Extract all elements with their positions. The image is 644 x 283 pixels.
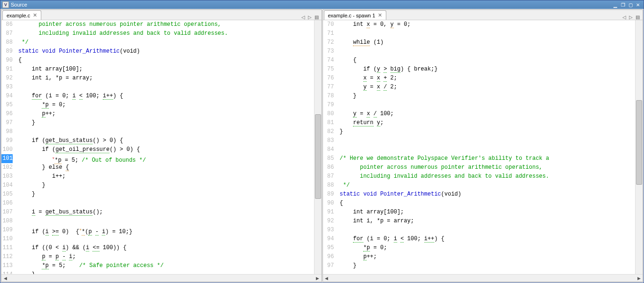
line-number[interactable]: 85 <box>323 154 334 163</box>
line-number[interactable]: 110 <box>1 235 13 244</box>
line-number[interactable]: 102 <box>1 163 13 172</box>
scroll-right-icon[interactable]: ▶ <box>635 275 643 282</box>
code-line[interactable]: while (1) <box>340 38 636 47</box>
line-number[interactable]: 70 <box>323 20 334 29</box>
tab-next-icon[interactable]: ▷ <box>307 15 313 20</box>
code-line[interactable] <box>340 101 636 110</box>
code-line[interactable]: p = p - i; <box>18 252 314 261</box>
line-number[interactable]: 94 <box>1 92 13 101</box>
code-line[interactable]: y = x / 100; <box>340 110 636 118</box>
scroll-right-icon[interactable]: ▶ <box>314 275 322 282</box>
scroll-left-icon[interactable]: ◀ <box>323 275 330 282</box>
left-code[interactable]: pointer across numerous pointer arithmet… <box>15 20 314 274</box>
line-number[interactable]: 87 <box>1 29 13 38</box>
code-line[interactable]: if (get_oil_pressure() > 0) { <box>18 145 314 154</box>
code-line[interactable] <box>18 127 314 136</box>
line-number[interactable]: 107 <box>1 208 13 217</box>
line-number[interactable]: 95 <box>323 244 334 252</box>
code-line[interactable]: } <box>18 270 314 274</box>
code-line[interactable]: if (get_bus_status() > 0) { <box>18 136 314 145</box>
code-line[interactable]: int x = 0, y = 0; <box>340 20 636 29</box>
code-line[interactable]: int i, *p = array; <box>340 217 636 226</box>
code-line[interactable]: y = x / 2; <box>340 83 636 92</box>
code-line[interactable] <box>340 136 636 145</box>
line-number[interactable]: 92 <box>323 217 334 226</box>
line-number[interactable]: 97 <box>1 118 13 127</box>
code-line[interactable]: } <box>340 127 636 136</box>
code-line[interactable]: */ <box>340 181 636 190</box>
code-line[interactable] <box>18 235 314 244</box>
tab-prev-icon[interactable]: ◁ <box>300 15 306 20</box>
scrollbar-thumb[interactable] <box>315 114 321 199</box>
code-line[interactable]: } <box>340 92 636 101</box>
titlebar[interactable]: V Source ▁ ❐ ▢ ✕ <box>0 0 644 9</box>
line-number[interactable]: 111 <box>1 244 13 252</box>
tab-list-icon[interactable]: ▤ <box>314 15 320 20</box>
line-number[interactable]: 79 <box>323 101 334 110</box>
code-line[interactable]: including invalid addresses and back to … <box>340 172 636 181</box>
line-number[interactable]: 88 <box>1 38 13 47</box>
line-number[interactable]: 72 <box>323 38 334 47</box>
code-line[interactable]: p++; <box>18 110 314 118</box>
line-number[interactable]: 88 <box>323 181 334 190</box>
line-number[interactable]: 75 <box>323 65 334 74</box>
line-number[interactable]: 109 <box>1 226 13 235</box>
code-line[interactable]: i++; <box>18 172 314 181</box>
code-line[interactable] <box>340 47 636 56</box>
code-line[interactable]: if ((0 < i) && (i <= 100)) { <box>18 244 314 252</box>
line-number[interactable]: 74 <box>323 56 334 65</box>
scroll-left-icon[interactable]: ◀ <box>1 275 9 282</box>
line-number[interactable]: 98 <box>1 127 13 136</box>
code-line[interactable]: static void Pointer_Arithmetic(void) <box>340 190 636 199</box>
code-line[interactable]: if (i >= 0) {▿*(p - i) = 10;} <box>18 226 314 235</box>
line-number[interactable]: 80 <box>323 110 334 118</box>
line-number[interactable]: 104 <box>1 181 13 190</box>
code-line[interactable] <box>18 217 314 226</box>
line-number[interactable]: 86 <box>1 20 13 29</box>
line-number[interactable]: 96 <box>1 110 13 118</box>
line-number[interactable]: 101 <box>1 154 13 163</box>
line-number[interactable]: 105 <box>1 190 13 199</box>
line-number[interactable]: 106 <box>1 199 13 208</box>
line-number[interactable]: 76 <box>323 74 334 83</box>
code-line[interactable] <box>18 83 314 92</box>
line-number[interactable]: 94 <box>323 235 334 244</box>
code-line[interactable]: pointer across numerous pointer arithmet… <box>340 163 636 172</box>
right-code[interactable]: int x = 0, y = 0; while (1) { if (y > bi… <box>337 20 636 274</box>
line-number[interactable]: 81 <box>323 118 334 127</box>
line-number[interactable]: 71 <box>323 29 334 38</box>
minimize-button[interactable]: ▁ <box>612 1 619 8</box>
line-number[interactable]: 113 <box>1 261 13 270</box>
code-line[interactable]: if (y > big) { break;} <box>340 65 636 74</box>
code-line[interactable]: *p = 0; <box>340 244 636 252</box>
tab-next-icon[interactable]: ▷ <box>628 15 634 20</box>
line-number[interactable]: 99 <box>1 136 13 145</box>
line-number[interactable]: 100 <box>1 145 13 154</box>
line-number[interactable]: 86 <box>323 163 334 172</box>
scrollbar-thumb[interactable] <box>636 100 642 185</box>
code-line[interactable]: int array[100]; <box>340 208 636 217</box>
code-line[interactable]: for (i = 0; i < 100; i++) { <box>340 235 636 244</box>
left-vscrollbar[interactable] <box>314 20 322 274</box>
close-icon[interactable]: ✕ <box>378 12 382 18</box>
line-number[interactable]: 73 <box>323 47 334 56</box>
tab-prev-icon[interactable]: ◁ <box>621 15 627 20</box>
line-number[interactable]: 103 <box>1 172 13 181</box>
line-number[interactable]: 90 <box>323 199 334 208</box>
code-line[interactable]: *p = 5; /* Safe pointer access */ <box>18 261 314 270</box>
line-number[interactable]: 112 <box>1 252 13 261</box>
line-number[interactable]: 114 <box>1 270 13 274</box>
line-number[interactable]: 83 <box>323 136 334 145</box>
line-number[interactable]: 77 <box>323 83 334 92</box>
code-line[interactable]: for (i = 0; i < 100; i++) { <box>18 92 314 101</box>
close-button[interactable]: ✕ <box>634 1 642 8</box>
right-hscrollbar[interactable]: ◀ ▶ <box>323 274 643 282</box>
line-number[interactable]: 96 <box>323 252 334 261</box>
line-number[interactable]: 93 <box>323 226 334 235</box>
code-line[interactable] <box>340 226 636 235</box>
line-number[interactable]: 97 <box>323 261 334 270</box>
restore-button[interactable]: ❐ <box>619 1 627 8</box>
code-line[interactable]: p++; <box>340 252 636 261</box>
line-number[interactable]: 95 <box>1 101 13 110</box>
tab-list-icon[interactable]: ▤ <box>635 15 641 20</box>
